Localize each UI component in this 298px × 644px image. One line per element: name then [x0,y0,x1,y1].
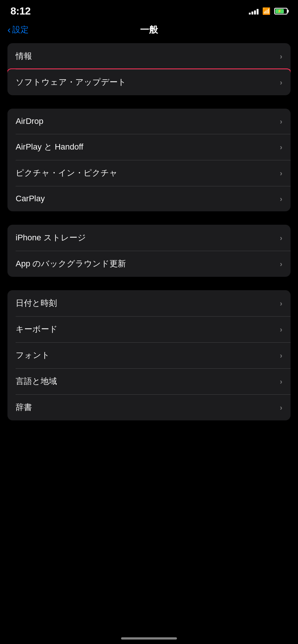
back-label: 設定 [12,24,29,35]
chevron-pip: › [280,169,282,177]
settings-row-carplay[interactable]: CarPlay › [7,186,291,211]
row-label-airdrop: AirDrop [16,116,44,126]
battery-icon: ⚡ [274,8,288,15]
chevron-software: › [280,78,282,87]
section-1: 情報 › ソフトウェア・アップデート › [7,43,291,95]
settings-row-software[interactable]: ソフトウェア・アップデート › [7,68,291,95]
chevron-dictionary: › [280,403,282,412]
row-label-joho: 情報 [16,51,32,62]
row-label-storage: iPhone ストレージ [16,232,86,243]
row-label-software: ソフトウェア・アップデート [16,77,126,88]
settings-row-bgrefresh[interactable]: App のバックグラウンド更新 › [7,251,291,277]
chevron-bgrefresh: › [280,260,282,268]
settings-row-storage[interactable]: iPhone ストレージ › [7,225,291,251]
chevron-airplay: › [280,143,282,151]
settings-row-keyboard[interactable]: キーボード › [7,316,291,342]
chevron-fonts: › [280,351,282,360]
row-label-airplay: AirPlay と Handoff [16,141,83,153]
chevron-storage: › [280,234,282,242]
page-title: 一般 [140,24,158,36]
chevron-language: › [280,377,282,386]
chevron-joho: › [280,52,282,61]
row-label-fonts: フォント [16,350,50,361]
settings-row-airdrop[interactable]: AirDrop › [7,109,291,134]
row-label-pip: ピクチャ・イン・ピクチャ [16,167,118,179]
section-2: AirDrop › AirPlay と Handoff › ピクチャ・イン・ピク… [7,109,291,211]
status-bar: 8:12 📶 ⚡ [0,0,298,20]
section-3: iPhone ストレージ › App のバックグラウンド更新 › [7,225,291,277]
chevron-keyboard: › [280,325,282,334]
row-label-bgrefresh: App のバックグラウンド更新 [16,258,126,269]
row-label-keyboard: キーボード [16,324,58,335]
row-label-dictionary: 辞書 [16,402,32,413]
settings-row-language[interactable]: 言語と地域 › [7,368,291,394]
row-label-carplay: CarPlay [16,194,45,204]
back-button[interactable]: ‹ 設定 [7,24,29,35]
row-label-datetime: 日付と時刻 [16,298,57,309]
status-icons: 📶 ⚡ [249,7,288,15]
settings-row-joho[interactable]: 情報 › [7,43,291,69]
wifi-icon: 📶 [262,7,270,15]
settings-row-dictionary[interactable]: 辞書 › [7,394,291,420]
settings-row-datetime[interactable]: 日付と時刻 › [7,290,291,316]
chevron-carplay: › [280,195,282,203]
status-time: 8:12 [10,5,31,17]
back-chevron-icon: ‹ [7,25,11,35]
settings-content: 情報 › ソフトウェア・アップデート › AirDrop › AirPlay と… [0,43,298,420]
row-label-language: 言語と地域 [16,376,57,387]
chevron-datetime: › [280,299,282,308]
section-4: 日付と時刻 › キーボード › フォント › 言語と地域 › 辞書 › [7,290,291,420]
settings-row-pip[interactable]: ピクチャ・イン・ピクチャ › [7,160,291,186]
home-indicator [121,637,177,640]
nav-bar: ‹ 設定 一般 [0,20,298,43]
settings-row-airplay[interactable]: AirPlay と Handoff › [7,134,291,160]
chevron-airdrop: › [280,117,282,126]
settings-row-fonts[interactable]: フォント › [7,342,291,368]
signal-icon [249,8,259,15]
